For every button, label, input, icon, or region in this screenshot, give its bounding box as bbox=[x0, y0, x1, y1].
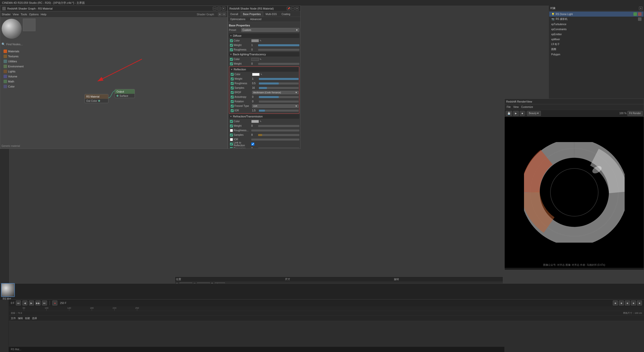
refl-ior-slider[interactable] bbox=[259, 110, 299, 112]
tab-base-properties[interactable]: Base Properties bbox=[241, 12, 263, 17]
refl-weight-enable[interactable] bbox=[231, 77, 234, 80]
menu-options[interactable]: Options bbox=[29, 13, 39, 16]
go-start-btn[interactable]: ⏮ bbox=[16, 300, 21, 305]
render-fit-btn[interactable]: Fit Render bbox=[627, 111, 643, 116]
refl-rotation-enable[interactable] bbox=[231, 100, 234, 103]
refl-roughness-enable[interactable] bbox=[231, 82, 234, 85]
node-graph-area[interactable]: Output Surface RS Material Out Color bbox=[44, 17, 227, 149]
bottom-file-menu[interactable]: 文件 bbox=[11, 317, 16, 320]
tree-item-environment[interactable]: Environment bbox=[2, 64, 42, 69]
refl-ior-enable[interactable] bbox=[231, 109, 234, 112]
graph-zoom-in[interactable]: ⊞ bbox=[218, 13, 222, 16]
obj-xp-turbulence[interactable]: xpTurbulence bbox=[549, 22, 643, 27]
refr-color-enable[interactable] bbox=[230, 120, 233, 123]
diffuse-color-enable[interactable] bbox=[230, 39, 233, 42]
bl-color-swatch[interactable] bbox=[251, 58, 259, 61]
tab-advanced[interactable]: Advanced bbox=[248, 17, 264, 22]
link-to-reflection-checkbox[interactable] bbox=[251, 143, 254, 146]
rs-minimize-btn[interactable]: — bbox=[291, 7, 295, 10]
refl-fresnel-enable[interactable] bbox=[231, 105, 234, 108]
bl-color-edit[interactable]: ✎ bbox=[260, 58, 262, 61]
refr-color-swatch[interactable] bbox=[251, 120, 259, 123]
obj-rs-camera[interactable]: 📷 RS 摄影机 bbox=[549, 17, 643, 22]
obj-polygon[interactable]: Polygon bbox=[549, 52, 643, 57]
refl-color-swatch[interactable] bbox=[252, 73, 260, 76]
obj-xp-constraints[interactable]: xpConstraints bbox=[549, 27, 643, 32]
menu-help[interactable]: Help bbox=[41, 13, 47, 16]
refl-samples-enable[interactable] bbox=[231, 86, 234, 90]
bottom-edit-menu[interactable]: 编辑 bbox=[18, 317, 23, 320]
render-file-menu[interactable]: File bbox=[507, 106, 511, 108]
render-view-menu[interactable]: View bbox=[513, 106, 519, 108]
tab-coating[interactable]: Coating bbox=[279, 12, 292, 17]
close-btn[interactable]: ✕ bbox=[222, 7, 225, 10]
obj-xp-mixer[interactable]: xpMixer bbox=[549, 37, 643, 42]
backlighting-section-header[interactable]: ▼ Back-lighting/Translucency bbox=[229, 52, 299, 57]
tl-btn3[interactable]: ■ bbox=[625, 300, 630, 305]
refr-weight-slider[interactable] bbox=[258, 125, 299, 127]
tree-item-utilities[interactable]: Utilities bbox=[2, 59, 42, 64]
refr-roughness-slider[interactable] bbox=[251, 129, 299, 131]
preset-dropdown[interactable]: Custom ▼ bbox=[241, 28, 299, 32]
tree-item-volume[interactable]: Volume bbox=[2, 74, 42, 79]
obj-l9[interactable]: L9 粒子 bbox=[549, 42, 643, 47]
output-node[interactable]: Output Surface bbox=[115, 89, 135, 98]
refraction-section-header[interactable]: ▼ Refraction/Transmission bbox=[229, 114, 299, 119]
refl-brdf-enable[interactable] bbox=[231, 91, 234, 94]
rs-material-thumb[interactable] bbox=[1, 283, 15, 297]
graph-zoom-out[interactable]: ⊟ bbox=[222, 13, 226, 16]
fresnel-dropdown[interactable]: IOR ▼ bbox=[252, 104, 299, 108]
tl-btn5[interactable]: ■ bbox=[637, 300, 642, 305]
render-customize-menu[interactable]: Customize bbox=[521, 106, 533, 108]
brdf-dropdown[interactable]: Beckmann (Cook-Torrance) ▼ bbox=[252, 91, 299, 94]
refr-samples-slider[interactable] bbox=[258, 134, 299, 136]
bl-weight-slider[interactable] bbox=[258, 63, 299, 65]
bottom-create-menu[interactable]: 创建 bbox=[25, 317, 30, 320]
tree-item-lights[interactable]: Lights bbox=[2, 69, 42, 74]
render-save-btn[interactable]: 💾 bbox=[506, 111, 512, 116]
refr-roughness-enable[interactable] bbox=[230, 129, 233, 132]
menu-view[interactable]: View bbox=[13, 13, 19, 16]
tl-btn4[interactable]: ■ bbox=[631, 300, 636, 305]
refr-ior-enable[interactable] bbox=[230, 138, 233, 141]
reflection-section-header[interactable]: ▼ Reflection bbox=[230, 67, 299, 72]
diffuse-color-edit[interactable]: ✎ bbox=[260, 39, 262, 42]
rs-pin-btn[interactable]: 📌 bbox=[287, 7, 290, 10]
diffuse-roughness-enable[interactable] bbox=[230, 48, 233, 51]
bl-color-enable[interactable] bbox=[230, 58, 233, 61]
diffuse-roughness-slider[interactable] bbox=[258, 49, 299, 51]
play-btn[interactable]: ▶ bbox=[29, 300, 34, 305]
refl-rotation-slider[interactable] bbox=[259, 101, 299, 103]
refl-color-edit[interactable]: ✎ bbox=[260, 73, 262, 76]
refl-anisotropy-enable[interactable] bbox=[231, 96, 234, 99]
record-btn[interactable]: ● bbox=[52, 300, 57, 305]
refr-color-edit[interactable]: ✎ bbox=[260, 120, 262, 123]
tab-optimizations[interactable]: Optimizations bbox=[228, 17, 248, 22]
bottom-select-menu[interactable]: 选择 bbox=[32, 317, 37, 320]
diffuse-color-swatch[interactable] bbox=[251, 39, 259, 42]
tree-item-textures[interactable]: Textures bbox=[2, 54, 42, 59]
dispersion-enable[interactable] bbox=[230, 147, 233, 148]
menu-shader[interactable]: Shader bbox=[2, 13, 11, 16]
tree-item-color[interactable]: Color bbox=[2, 84, 42, 89]
rs-close-btn[interactable]: ✕ bbox=[295, 7, 299, 10]
tl-btn1[interactable]: ■ bbox=[613, 300, 618, 305]
obj-circle[interactable]: 圆圈 bbox=[549, 47, 643, 52]
play-back-btn[interactable]: ◀ bbox=[22, 300, 27, 305]
render-preset-btn[interactable]: Beauty ▼ bbox=[527, 111, 541, 116]
dispersion-slider[interactable] bbox=[258, 148, 299, 148]
obj-rs-dome-light[interactable]: 💡 RS Dome Light bbox=[549, 12, 643, 17]
link-to-reflection-enable[interactable] bbox=[230, 143, 233, 146]
render-play-btn[interactable]: ▶ bbox=[513, 111, 519, 116]
tl-btn2[interactable]: ■ bbox=[619, 300, 624, 305]
refl-samples-slider[interactable] bbox=[259, 87, 299, 89]
play-forward-btn[interactable]: ▶▶ bbox=[35, 300, 41, 305]
diffuse-section-header[interactable]: ▼ Diffuse bbox=[229, 33, 299, 38]
refl-weight-slider[interactable] bbox=[259, 78, 299, 80]
refr-weight-enable[interactable] bbox=[230, 124, 233, 127]
bl-weight-enable[interactable] bbox=[230, 62, 233, 65]
minimize-btn[interactable]: — bbox=[213, 7, 216, 10]
tab-multi-sss[interactable]: Multi-SSS bbox=[263, 12, 279, 17]
diffuse-weight-enable[interactable] bbox=[230, 44, 233, 47]
obj-xp-emitter[interactable]: xpEmitter bbox=[549, 32, 643, 37]
